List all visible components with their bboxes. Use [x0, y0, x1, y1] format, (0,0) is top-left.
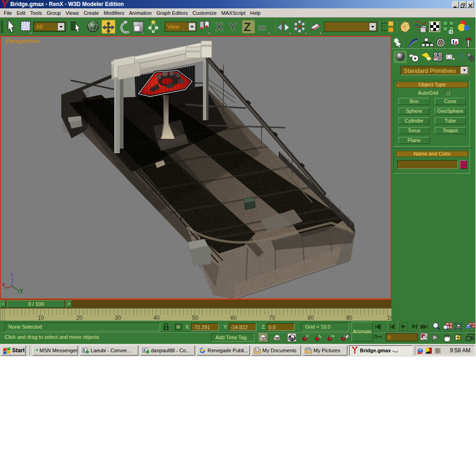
svg-text:Z: Z [244, 20, 251, 33]
svg-text:30: 30 [115, 315, 121, 321]
svg-text:60: 60 [230, 315, 237, 321]
svg-text:10: 10 [38, 315, 44, 321]
svg-text:%: % [332, 335, 334, 338]
svg-text:X: X [215, 20, 223, 33]
svg-text:50: 50 [192, 315, 198, 321]
svg-text:90: 90 [346, 315, 352, 321]
svg-text:10: 10 [387, 315, 391, 321]
svg-text:0: 0 [388, 335, 391, 340]
svg-text:y: y [20, 286, 23, 293]
svg-text:3: 3 [307, 334, 309, 337]
svg-text:40: 40 [153, 315, 160, 321]
svg-text:80: 80 [307, 315, 314, 321]
svg-text:ID: ID [449, 30, 453, 35]
svg-text:View: View [167, 24, 179, 30]
svg-text:All: All [36, 24, 42, 30]
svg-text:z: z [10, 271, 13, 278]
svg-text:x: x [2, 281, 6, 288]
svg-text:Y: Y [229, 20, 236, 33]
svg-text:zx: zx [258, 23, 267, 32]
svg-text:20: 20 [76, 315, 83, 321]
svg-text:70: 70 [269, 315, 275, 321]
svg-text:Perspective: Perspective [6, 38, 39, 45]
